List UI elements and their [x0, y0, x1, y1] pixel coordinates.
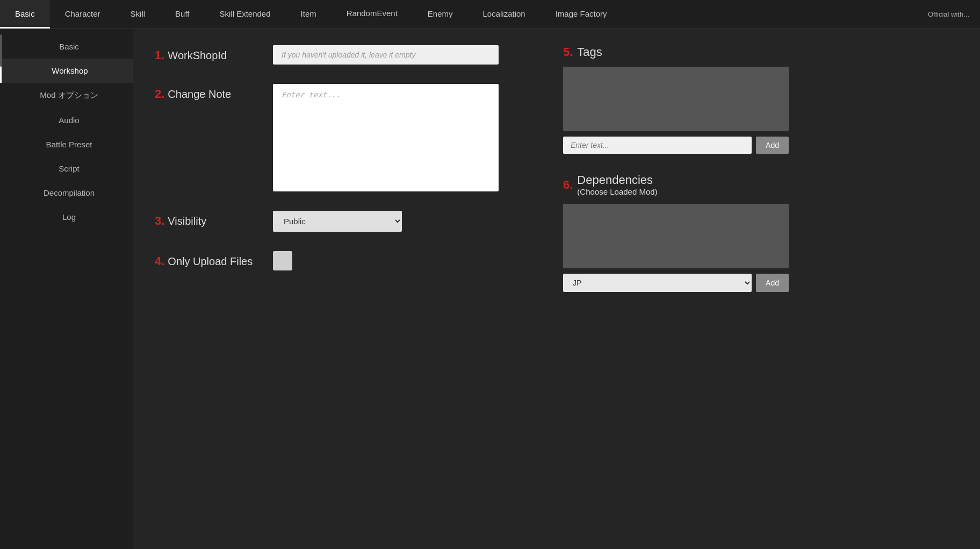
- sidebar-item-script[interactable]: Script: [0, 156, 133, 181]
- only-upload-files-label: 4. Only Upload Files: [155, 251, 273, 268]
- tags-section-title: 5. Tags: [563, 45, 789, 59]
- only-upload-files-text: Only Upload Files: [168, 255, 253, 268]
- sidebar-scrollbar: [0, 34, 2, 67]
- tab-buff[interactable]: Buff: [160, 0, 204, 28]
- sidebar-item-basic[interactable]: Basic: [0, 34, 133, 59]
- tab-image-factory[interactable]: Image Factory: [541, 0, 622, 28]
- deps-title-text: Dependencies: [577, 173, 657, 187]
- deps-display-area: [563, 204, 789, 268]
- right-panel: 5. Tags Add 6. Dependencies (Choose Load…: [563, 45, 789, 292]
- tags-input-row: Add: [563, 137, 789, 154]
- deps-add-button[interactable]: Add: [756, 274, 789, 292]
- workshop-id-text: WorkShopId: [168, 49, 227, 62]
- change-note-row: 2. Change Note: [155, 84, 531, 191]
- deps-subtitle-text: (Choose Loaded Mod): [577, 187, 657, 196]
- workshop-id-input[interactable]: [273, 45, 499, 65]
- visibility-number: 3.: [155, 214, 164, 228]
- sidebar-item-log[interactable]: Log: [0, 205, 133, 229]
- top-navigation: Basic Character Skill Buff Skill Extende…: [0, 0, 980, 29]
- deps-select[interactable]: JP EN CN: [563, 274, 752, 292]
- tags-display-area: [563, 67, 789, 131]
- workshop-id-number: 1.: [155, 48, 164, 62]
- content-area: 1. WorkShopId 2. Change Note 3: [133, 29, 980, 549]
- tab-character[interactable]: Character: [50, 0, 116, 28]
- content-inner: 1. WorkShopId 2. Change Note 3: [155, 45, 959, 292]
- sidebar-item-decompilation[interactable]: Decompilation: [0, 181, 133, 205]
- only-upload-files-row: 4. Only Upload Files: [155, 251, 531, 270]
- sidebar-item-mod-options[interactable]: Mod オプション: [0, 83, 133, 108]
- tab-random-event[interactable]: Random Event: [332, 0, 413, 28]
- tags-input[interactable]: [563, 137, 752, 154]
- deps-number: 6.: [563, 178, 573, 192]
- workshop-id-row: 1. WorkShopId: [155, 45, 531, 65]
- tab-basic[interactable]: Basic: [0, 0, 50, 28]
- visibility-label: 3. Visibility: [155, 211, 273, 228]
- change-note-textarea[interactable]: [273, 84, 499, 191]
- only-upload-files-number: 4.: [155, 254, 164, 268]
- sidebar-item-audio[interactable]: Audio: [0, 108, 133, 132]
- top-nav-right-text: Official with...: [917, 0, 980, 28]
- change-note-label: 2. Change Note: [155, 84, 273, 101]
- only-upload-files-checkbox[interactable]: [273, 251, 292, 270]
- tab-enemy[interactable]: Enemy: [413, 0, 468, 28]
- deps-section-title: 6. Dependencies (Choose Loaded Mod): [563, 173, 789, 196]
- left-panel: 1. WorkShopId 2. Change Note 3: [155, 45, 531, 292]
- tab-item[interactable]: Item: [286, 0, 332, 28]
- sidebar-item-battle-preset[interactable]: Battle Preset: [0, 132, 133, 156]
- tab-skill[interactable]: Skill: [116, 0, 161, 28]
- tags-number: 5.: [563, 45, 573, 59]
- visibility-select[interactable]: Public Private Friends Only: [273, 211, 402, 232]
- visibility-row: 3. Visibility Public Private Friends Onl…: [155, 211, 531, 232]
- tab-localization[interactable]: Localization: [467, 0, 540, 28]
- deps-input-row: JP EN CN Add: [563, 274, 789, 292]
- tab-skill-extended[interactable]: Skill Extended: [204, 0, 285, 28]
- change-note-text: Change Note: [168, 88, 231, 101]
- change-note-number: 2.: [155, 87, 164, 101]
- tags-title-text: Tags: [577, 45, 602, 59]
- tags-add-button[interactable]: Add: [756, 137, 789, 154]
- workshop-id-label: 1. WorkShopId: [155, 45, 273, 62]
- visibility-text: Visibility: [168, 215, 206, 227]
- sidebar: Basic Workshop Mod オプション Audio Battle Pr…: [0, 29, 133, 549]
- sidebar-item-workshop[interactable]: Workshop: [0, 59, 133, 83]
- main-layout: Basic Workshop Mod オプション Audio Battle Pr…: [0, 29, 980, 549]
